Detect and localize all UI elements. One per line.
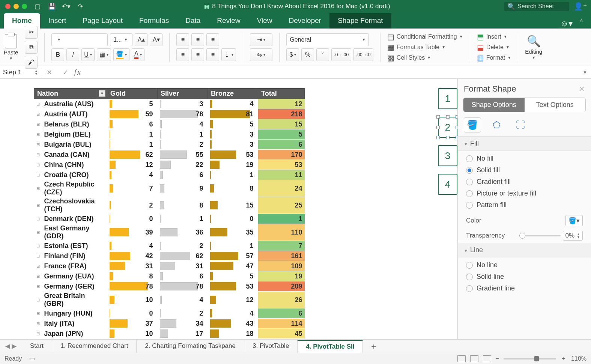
expand-row-icon[interactable]: ⊞ bbox=[34, 214, 42, 224]
zoom-value[interactable]: 110% bbox=[571, 355, 586, 362]
data-bar-cell[interactable]: 62 bbox=[107, 150, 158, 160]
ribbon-tab-insert[interactable]: Insert bbox=[40, 13, 75, 29]
borders-button[interactable]: ▦▾ bbox=[97, 48, 111, 61]
table-row[interactable]: ⊞Great Britain (GBR)1041226 bbox=[34, 292, 305, 308]
page-break-view-icon[interactable] bbox=[483, 355, 491, 362]
format-as-table-button[interactable]: ▦Format as Table▼ bbox=[387, 43, 463, 52]
data-bar-cell[interactable]: 62 bbox=[158, 251, 208, 261]
name-box[interactable]: Step 1 ▲▼ bbox=[0, 69, 41, 76]
merge-cells-icon[interactable]: ⇆▾ bbox=[250, 48, 272, 61]
fill-option-radio[interactable]: Picture or texture fill bbox=[466, 190, 583, 197]
save-icon[interactable]: 💾 bbox=[47, 1, 57, 12]
currency-icon[interactable]: $▾ bbox=[286, 48, 299, 61]
data-bar-cell[interactable]: 78 bbox=[158, 281, 208, 292]
align-bottom-icon[interactable]: ≡ bbox=[206, 33, 219, 46]
expand-row-icon[interactable]: ⊞ bbox=[34, 281, 42, 292]
total-cell[interactable]: 109 bbox=[258, 261, 305, 271]
font-size-select[interactable]: 1...▼ bbox=[110, 33, 132, 46]
expand-row-icon[interactable]: ⊞ bbox=[34, 129, 42, 140]
ribbon-tab-shape-format[interactable]: Shape Format bbox=[329, 13, 391, 29]
size-props-tab-icon[interactable]: ⛶ bbox=[512, 117, 529, 132]
data-bar-cell[interactable]: 7 bbox=[107, 180, 158, 197]
data-bar-cell[interactable]: 35 bbox=[208, 224, 258, 241]
expand-row-icon[interactable]: ⊞ bbox=[34, 170, 42, 180]
nation-cell[interactable]: Belarus (BLR) bbox=[42, 119, 107, 129]
data-bar-cell[interactable]: 4 bbox=[208, 308, 258, 319]
data-bar-cell[interactable]: 4 bbox=[158, 292, 208, 308]
table-row[interactable]: ⊞Belarus (BLR)64515 bbox=[34, 119, 305, 129]
sheet-nav-prev-icon[interactable]: ◀ bbox=[5, 342, 10, 350]
data-bar-cell[interactable]: 42 bbox=[107, 251, 158, 261]
wrap-text-icon[interactable]: ⇥▾ bbox=[250, 33, 272, 46]
ribbon-tab-formulas[interactable]: Formulas bbox=[131, 13, 177, 29]
expand-row-icon[interactable]: ⊞ bbox=[34, 261, 42, 271]
nation-cell[interactable]: Denmark (DEN) bbox=[42, 214, 107, 224]
data-bar-cell[interactable]: 12 bbox=[208, 292, 258, 308]
nation-cell[interactable]: East Germany (GDR) bbox=[42, 224, 107, 241]
line-option-radio[interactable]: Solid line bbox=[466, 273, 583, 281]
cell-styles-button[interactable]: ▩Cell Styles▼ bbox=[387, 53, 463, 62]
expand-row-icon[interactable]: ⊞ bbox=[34, 329, 42, 339]
undo-icon[interactable]: ↶▾ bbox=[61, 1, 71, 12]
ribbon-tab-view[interactable]: View bbox=[249, 13, 281, 29]
pivot-table[interactable]: Nation▼GoldSilverBronzeTotal ⊞Australia … bbox=[34, 88, 305, 339]
data-bar-cell[interactable]: 17 bbox=[158, 329, 208, 339]
total-cell[interactable]: 5 bbox=[258, 129, 305, 140]
seg-shape-options[interactable]: Shape Options bbox=[463, 98, 525, 112]
data-bar-cell[interactable]: 3 bbox=[158, 339, 208, 340]
data-bar-cell[interactable]: 55 bbox=[158, 150, 208, 160]
nation-cell[interactable]: Estonia (EST) bbox=[42, 241, 107, 251]
expand-row-icon[interactable]: ⊞ bbox=[34, 224, 42, 241]
nation-cell[interactable]: China (CHN) bbox=[42, 160, 107, 170]
data-bar-cell[interactable]: 12 bbox=[107, 160, 158, 170]
data-bar-cell[interactable]: 4 bbox=[158, 119, 208, 129]
ribbon-tab-data[interactable]: Data bbox=[177, 13, 209, 29]
table-row[interactable]: ⊞Italy (ITA)373443114 bbox=[34, 319, 305, 329]
data-bar-cell[interactable]: 6 bbox=[158, 271, 208, 281]
number-format-select[interactable]: General▼ bbox=[286, 33, 369, 46]
search-input[interactable] bbox=[517, 3, 566, 10]
total-cell[interactable]: 25 bbox=[258, 197, 305, 214]
ribbon-tab-page-layout[interactable]: Page Layout bbox=[74, 13, 131, 29]
nation-cell[interactable]: Australia (AUS) bbox=[42, 99, 107, 109]
transparency-value[interactable]: 0%▲▼ bbox=[563, 231, 583, 241]
data-bar-cell[interactable]: 6 bbox=[107, 119, 158, 129]
bold-button[interactable]: B bbox=[51, 48, 64, 61]
data-bar-cell[interactable]: 5 bbox=[208, 119, 258, 129]
data-bar-cell[interactable]: 78 bbox=[158, 109, 208, 119]
fill-line-tab-icon[interactable]: 🪣 bbox=[464, 117, 481, 132]
table-row[interactable]: ⊞Estonia (EST)4217 bbox=[34, 241, 305, 251]
fill-option-radio[interactable]: Gradient fill bbox=[466, 178, 583, 186]
table-row[interactable]: ⊞France (FRA)313147109 bbox=[34, 261, 305, 271]
paste-button[interactable]: Paste ▼ bbox=[4, 34, 18, 60]
data-bar-cell[interactable]: 4 bbox=[208, 99, 258, 109]
table-row[interactable]: ⊞Czechoslovakia (TCH)281525 bbox=[34, 197, 305, 214]
ribbon-tab-developer[interactable]: Developer bbox=[281, 13, 330, 29]
data-bar-cell[interactable]: 9 bbox=[158, 180, 208, 197]
data-bar-cell[interactable]: 31 bbox=[107, 261, 158, 271]
total-cell[interactable]: 45 bbox=[258, 329, 305, 339]
slicer-shape[interactable]: 4 bbox=[438, 174, 457, 195]
font-name-select[interactable]: ▼ bbox=[51, 33, 108, 46]
table-row[interactable]: ⊞Kazakhstan (KAZ)1337 bbox=[34, 339, 305, 340]
table-row[interactable]: ⊞Austria (AUT)597881218 bbox=[34, 109, 305, 119]
data-bar-cell[interactable]: 57 bbox=[208, 251, 258, 261]
align-right-icon[interactable]: ≡ bbox=[206, 48, 219, 61]
total-cell[interactable]: 161 bbox=[258, 251, 305, 261]
zoom-out-icon[interactable]: − bbox=[496, 355, 499, 362]
zoom-window-icon[interactable] bbox=[22, 4, 27, 9]
data-bar-cell[interactable]: 59 bbox=[107, 109, 158, 119]
data-bar-cell[interactable]: 8 bbox=[107, 271, 158, 281]
nation-cell[interactable]: France (FRA) bbox=[42, 261, 107, 271]
orientation-icon[interactable]: ⭭▾ bbox=[221, 48, 236, 61]
sheet-tab[interactable]: Start bbox=[22, 340, 52, 353]
data-bar-cell[interactable]: 53 bbox=[208, 150, 258, 160]
data-bar-cell[interactable]: 15 bbox=[208, 197, 258, 214]
total-cell[interactable]: 7 bbox=[258, 339, 305, 340]
transparency-slider[interactable] bbox=[519, 235, 561, 236]
align-middle-icon[interactable]: ≡ bbox=[191, 33, 204, 46]
data-bar-cell[interactable]: 3 bbox=[208, 339, 258, 340]
total-cell[interactable]: 170 bbox=[258, 150, 305, 160]
align-center-icon[interactable]: ≡ bbox=[191, 48, 204, 61]
fill-option-radio[interactable]: No fill bbox=[466, 155, 583, 162]
